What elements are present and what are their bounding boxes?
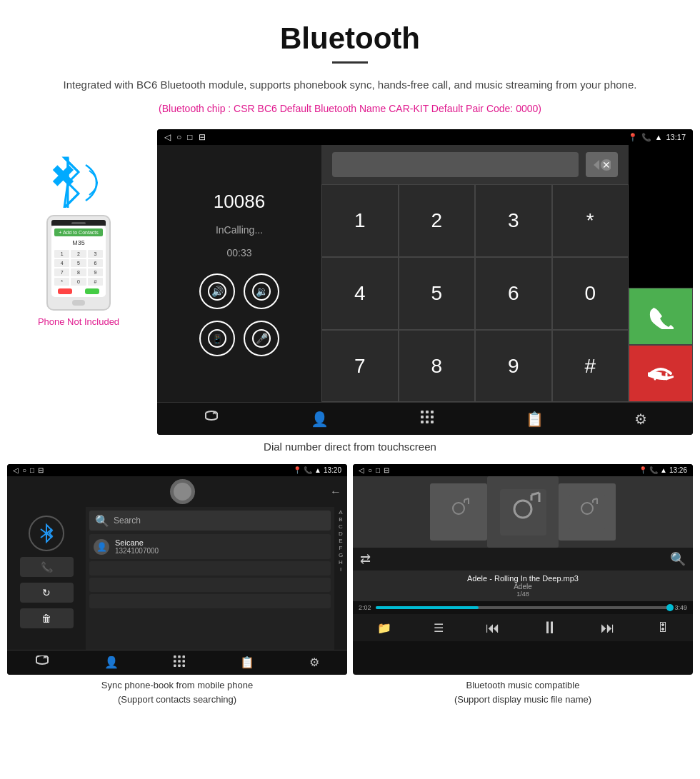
time-display: 13:17 bbox=[666, 133, 686, 141]
dial-key-3[interactable]: 3 bbox=[475, 184, 552, 257]
play-pause-button[interactable]: ⏸ bbox=[541, 618, 559, 638]
pb-nav-settings2[interactable]: ⚙ bbox=[309, 655, 319, 670]
music-screen: ◁ ○ □ ⊟ 📍 📞 ▲ 13:26 bbox=[353, 464, 693, 675]
contact-item-seicane[interactable]: 👤 Seicane 13241007000 bbox=[89, 534, 331, 559]
dial-key-2[interactable]: 2 bbox=[399, 184, 476, 257]
pb-back-arrow[interactable]: ← bbox=[330, 486, 341, 498]
svg-rect-27 bbox=[431, 416, 434, 418]
music-title: Adele - Rolling In the Deep.mp3 bbox=[360, 574, 686, 583]
folder-button[interactable]: 📁 bbox=[377, 621, 391, 635]
nav-settings[interactable]: ⚙ bbox=[634, 411, 647, 428]
svg-text:📱: 📱 bbox=[212, 333, 223, 344]
prev-button[interactable]: ⏮ bbox=[486, 620, 500, 636]
music-status-bar: ◁ ○ □ ⊟ 📍 📞 ▲ 13:26 bbox=[353, 464, 693, 476]
svg-text:🔊: 🔊 bbox=[211, 286, 224, 298]
alpha-g: G bbox=[339, 552, 343, 558]
volume-up-button[interactable]: 🔊 bbox=[199, 273, 235, 309]
call-status: InCalling... bbox=[216, 224, 263, 236]
dial-key-8[interactable]: 8 bbox=[399, 330, 476, 403]
dial-caption: Dial number direct from touchscreen bbox=[0, 441, 700, 453]
wifi-icon: ▲ bbox=[655, 133, 663, 141]
music-status-left: ◁ ○ □ ⊟ bbox=[359, 466, 389, 474]
music-status-right: 📍 📞 ▲ 13:26 bbox=[639, 466, 687, 474]
pb-alphabet-index: A B C D E F G H I bbox=[334, 507, 347, 650]
music-bottom-spacer bbox=[353, 641, 693, 648]
hangup-button[interactable] bbox=[629, 345, 693, 402]
home-icon: ○ bbox=[176, 132, 181, 142]
pb-status-right: 📍 📞 ▲ 13:20 bbox=[293, 466, 341, 474]
dial-key-4[interactable]: 4 bbox=[321, 257, 399, 330]
dial-key-7[interactable]: 7 bbox=[321, 330, 399, 403]
pb-nav-dialpad2[interactable] bbox=[174, 655, 185, 670]
dial-input-box[interactable] bbox=[332, 152, 579, 177]
music-menu-icon: ⊟ bbox=[384, 466, 389, 474]
title-divider bbox=[332, 61, 368, 64]
music-call-status-icon: 📞 bbox=[649, 466, 658, 474]
music-home-icon: ○ bbox=[368, 466, 372, 474]
pb-contacts: 🔍 Search 👤 Seicane 13241007000 bbox=[86, 507, 334, 650]
alpha-a: A bbox=[339, 509, 342, 516]
dial-screen: ◁ ○ □ ⊟ 📍 📞 ▲ 13:17 10086 InCalling... 0… bbox=[157, 129, 693, 435]
contact-empty-row-1 bbox=[89, 561, 331, 576]
call-number: 10086 bbox=[214, 191, 265, 213]
page-title: Bluetooth bbox=[57, 21, 643, 56]
svg-text:🎤: 🎤 bbox=[256, 333, 269, 345]
pb-bottom-nav: 👤 📋 ⚙ bbox=[7, 650, 347, 675]
contact-name: Seicane bbox=[115, 538, 159, 547]
dial-key-star[interactable]: * bbox=[552, 184, 629, 257]
pb-search-bar[interactable]: 🔍 Search bbox=[89, 511, 331, 531]
pb-wifi-icon: ▲ bbox=[314, 466, 321, 474]
phonebook-status-bar: ◁ ○ □ ⊟ 📍 📞 ▲ 13:20 bbox=[7, 464, 347, 476]
svg-rect-48 bbox=[441, 494, 476, 530]
dial-key-0[interactable]: 0 bbox=[552, 257, 629, 330]
dial-key-1[interactable]: 1 bbox=[321, 184, 399, 257]
phone-screen: + Add to Contacts M35 1 2 3 4 5 6 7 8 9 … bbox=[51, 226, 106, 297]
svg-rect-42 bbox=[174, 660, 176, 663]
answer-button[interactable] bbox=[629, 288, 693, 345]
alpha-i: I bbox=[340, 566, 341, 573]
dial-key-6[interactable]: 6 bbox=[475, 257, 552, 330]
next-button[interactable]: ⏭ bbox=[601, 620, 615, 636]
status-left: ◁ ○ □ ⊟ bbox=[164, 132, 206, 142]
alpha-h: H bbox=[339, 559, 343, 566]
dial-key-9[interactable]: 9 bbox=[475, 330, 552, 403]
dial-status-bar: ◁ ○ □ ⊟ 📍 📞 ▲ 13:17 bbox=[157, 129, 693, 145]
dial-body: 10086 InCalling... 00:33 🔊 🔉 bbox=[157, 145, 693, 402]
svg-rect-25 bbox=[421, 416, 424, 418]
menu-icon: ⊟ bbox=[199, 132, 206, 142]
music-caption: Bluetooth music compatible(Support displ… bbox=[353, 678, 693, 706]
dial-delete-button[interactable]: ✕ bbox=[586, 152, 618, 177]
pb-refresh-button[interactable]: ↻ bbox=[20, 583, 74, 603]
recent-icon: □ bbox=[187, 132, 192, 142]
pb-bluetooth-button[interactable] bbox=[29, 516, 64, 551]
pb-search-placeholder: Search bbox=[114, 516, 141, 526]
volume-down-button[interactable]: 🔉 bbox=[244, 273, 279, 309]
bottom-row: ◁ ○ □ ⊟ 📍 📞 ▲ 13:20 ← bbox=[0, 464, 700, 675]
nav-recent-calls[interactable] bbox=[203, 410, 220, 428]
call-controls-row1: 🔊 🔉 bbox=[199, 273, 279, 309]
music-progress-bar[interactable] bbox=[376, 606, 671, 609]
pb-nav-calls[interactable] bbox=[35, 655, 49, 670]
pb-call-button[interactable]: 📞 bbox=[20, 557, 74, 577]
svg-rect-45 bbox=[174, 665, 176, 668]
pb-call-icon: 📞 bbox=[304, 466, 312, 474]
equalizer-button[interactable]: 🎛 bbox=[657, 621, 669, 634]
search-button[interactable]: 🔍 bbox=[670, 551, 686, 567]
dial-key-hash[interactable]: # bbox=[552, 330, 629, 403]
pb-body: 📞 ↻ 🗑 🔍 Search 👤 Seicane bbox=[7, 507, 347, 650]
pb-scroll-ball[interactable] bbox=[170, 479, 195, 504]
shuffle-button[interactable]: ⇄ bbox=[360, 551, 371, 567]
nav-transfer[interactable]: 📋 bbox=[526, 411, 544, 428]
music-time: 13:26 bbox=[669, 466, 687, 474]
nav-dialpad[interactable] bbox=[420, 410, 434, 428]
svg-rect-39 bbox=[174, 655, 176, 658]
phonebook-screen: ◁ ○ □ ⊟ 📍 📞 ▲ 13:20 ← bbox=[7, 464, 347, 675]
pb-nav-transfer2[interactable]: 📋 bbox=[240, 655, 254, 670]
pb-delete-button[interactable]: 🗑 bbox=[20, 608, 74, 628]
pb-nav-contacts2[interactable]: 👤 bbox=[104, 655, 119, 670]
dial-key-5[interactable]: 5 bbox=[399, 257, 476, 330]
transfer-button[interactable]: 📱 bbox=[199, 321, 235, 356]
nav-contacts[interactable]: 👤 bbox=[311, 411, 329, 428]
mute-button[interactable]: 🎤 bbox=[244, 321, 279, 356]
playlist-button[interactable]: ☰ bbox=[434, 621, 444, 635]
